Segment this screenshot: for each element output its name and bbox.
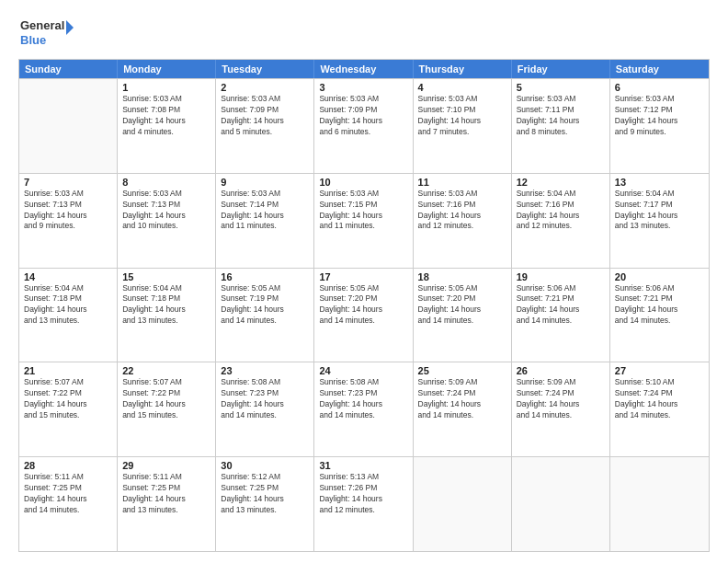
day-number: 10 xyxy=(319,177,407,188)
day-number: 25 xyxy=(418,365,506,376)
svg-text:General: General xyxy=(20,18,64,32)
day-info: Sunrise: 5:06 AM Sunset: 7:21 PM Dayligh… xyxy=(517,283,605,327)
day-cell-15: 15Sunrise: 5:04 AM Sunset: 7:18 PM Dayli… xyxy=(118,269,216,362)
calendar-body: 1Sunrise: 5:03 AM Sunset: 7:08 PM Daylig… xyxy=(19,78,709,551)
week-row-4: 21Sunrise: 5:07 AM Sunset: 7:22 PM Dayli… xyxy=(19,362,709,456)
day-number: 5 xyxy=(517,82,605,93)
day-info: Sunrise: 5:08 AM Sunset: 7:23 PM Dayligh… xyxy=(221,377,309,421)
day-cell-8: 8Sunrise: 5:03 AM Sunset: 7:13 PM Daylig… xyxy=(118,174,216,268)
day-number: 15 xyxy=(122,271,210,282)
day-cell-13: 13Sunrise: 5:04 AM Sunset: 7:17 PM Dayli… xyxy=(610,174,709,268)
day-info: Sunrise: 5:04 AM Sunset: 7:18 PM Dayligh… xyxy=(24,283,112,327)
calendar-header-row: SundayMondayTuesdayWednesdayThursdayFrid… xyxy=(19,60,709,78)
day-number: 9 xyxy=(221,177,309,188)
calendar: SundayMondayTuesdayWednesdayThursdayFrid… xyxy=(18,59,710,552)
day-info: Sunrise: 5:09 AM Sunset: 7:24 PM Dayligh… xyxy=(517,377,605,421)
day-number: 6 xyxy=(615,82,704,93)
header-cell-sunday: Sunday xyxy=(19,60,118,78)
day-number: 2 xyxy=(221,82,309,93)
empty-cell-w0-c0 xyxy=(19,79,118,173)
day-info: Sunrise: 5:09 AM Sunset: 7:24 PM Dayligh… xyxy=(418,377,506,421)
day-number: 16 xyxy=(221,271,309,282)
day-cell-25: 25Sunrise: 5:09 AM Sunset: 7:24 PM Dayli… xyxy=(414,362,512,456)
day-cell-7: 7Sunrise: 5:03 AM Sunset: 7:13 PM Daylig… xyxy=(19,174,118,268)
day-number: 21 xyxy=(24,365,112,376)
day-number: 3 xyxy=(319,82,407,93)
day-info: Sunrise: 5:08 AM Sunset: 7:23 PM Dayligh… xyxy=(319,377,407,421)
day-cell-31: 31Sunrise: 5:13 AM Sunset: 7:26 PM Dayli… xyxy=(314,457,413,551)
day-cell-3: 3Sunrise: 5:03 AM Sunset: 7:09 PM Daylig… xyxy=(314,79,413,173)
day-cell-11: 11Sunrise: 5:03 AM Sunset: 7:16 PM Dayli… xyxy=(414,174,512,268)
day-cell-24: 24Sunrise: 5:08 AM Sunset: 7:23 PM Dayli… xyxy=(314,362,413,456)
day-cell-28: 28Sunrise: 5:11 AM Sunset: 7:25 PM Dayli… xyxy=(19,457,118,551)
day-info: Sunrise: 5:03 AM Sunset: 7:10 PM Dayligh… xyxy=(418,94,506,138)
day-info: Sunrise: 5:06 AM Sunset: 7:21 PM Dayligh… xyxy=(615,283,704,327)
week-row-3: 14Sunrise: 5:04 AM Sunset: 7:18 PM Dayli… xyxy=(19,268,709,362)
day-number: 29 xyxy=(122,460,210,471)
day-cell-9: 9Sunrise: 5:03 AM Sunset: 7:14 PM Daylig… xyxy=(216,174,314,268)
day-number: 20 xyxy=(615,271,704,282)
day-cell-14: 14Sunrise: 5:04 AM Sunset: 7:18 PM Dayli… xyxy=(19,269,118,362)
day-number: 4 xyxy=(418,82,506,93)
week-row-1: 1Sunrise: 5:03 AM Sunset: 7:08 PM Daylig… xyxy=(19,78,709,173)
day-number: 17 xyxy=(319,271,407,282)
day-cell-20: 20Sunrise: 5:06 AM Sunset: 7:21 PM Dayli… xyxy=(610,269,709,362)
day-number: 11 xyxy=(418,177,506,188)
day-cell-27: 27Sunrise: 5:10 AM Sunset: 7:24 PM Dayli… xyxy=(610,362,709,456)
header-cell-monday: Monday xyxy=(118,60,216,78)
day-number: 8 xyxy=(122,177,210,188)
header-cell-friday: Friday xyxy=(512,60,610,78)
empty-cell-w4-c5 xyxy=(512,457,610,551)
day-info: Sunrise: 5:11 AM Sunset: 7:25 PM Dayligh… xyxy=(24,472,112,516)
day-cell-5: 5Sunrise: 5:03 AM Sunset: 7:11 PM Daylig… xyxy=(512,79,610,173)
week-row-2: 7Sunrise: 5:03 AM Sunset: 7:13 PM Daylig… xyxy=(19,173,709,268)
day-info: Sunrise: 5:04 AM Sunset: 7:18 PM Dayligh… xyxy=(122,283,210,327)
day-info: Sunrise: 5:11 AM Sunset: 7:25 PM Dayligh… xyxy=(122,472,210,516)
day-cell-4: 4Sunrise: 5:03 AM Sunset: 7:10 PM Daylig… xyxy=(414,79,512,173)
header-cell-wednesday: Wednesday xyxy=(314,60,413,78)
day-number: 23 xyxy=(221,365,309,376)
day-info: Sunrise: 5:03 AM Sunset: 7:12 PM Dayligh… xyxy=(615,94,704,138)
day-cell-26: 26Sunrise: 5:09 AM Sunset: 7:24 PM Dayli… xyxy=(512,362,610,456)
day-info: Sunrise: 5:03 AM Sunset: 7:14 PM Dayligh… xyxy=(221,189,309,233)
day-info: Sunrise: 5:04 AM Sunset: 7:16 PM Dayligh… xyxy=(517,189,605,233)
day-info: Sunrise: 5:05 AM Sunset: 7:20 PM Dayligh… xyxy=(319,283,407,327)
header-cell-thursday: Thursday xyxy=(414,60,512,78)
day-cell-23: 23Sunrise: 5:08 AM Sunset: 7:23 PM Dayli… xyxy=(216,362,314,456)
day-number: 26 xyxy=(517,365,605,376)
day-info: Sunrise: 5:03 AM Sunset: 7:08 PM Dayligh… xyxy=(122,94,210,138)
day-info: Sunrise: 5:03 AM Sunset: 7:09 PM Dayligh… xyxy=(319,94,407,138)
day-info: Sunrise: 5:07 AM Sunset: 7:22 PM Dayligh… xyxy=(24,377,112,421)
day-number: 28 xyxy=(24,460,112,471)
day-number: 31 xyxy=(319,460,407,471)
day-cell-18: 18Sunrise: 5:05 AM Sunset: 7:20 PM Dayli… xyxy=(414,269,512,362)
day-info: Sunrise: 5:04 AM Sunset: 7:17 PM Dayligh… xyxy=(615,189,704,233)
day-info: Sunrise: 5:05 AM Sunset: 7:19 PM Dayligh… xyxy=(221,283,309,327)
day-info: Sunrise: 5:03 AM Sunset: 7:13 PM Dayligh… xyxy=(24,189,112,233)
day-cell-6: 6Sunrise: 5:03 AM Sunset: 7:12 PM Daylig… xyxy=(610,79,709,173)
logo: General Blue xyxy=(18,15,74,52)
day-number: 7 xyxy=(24,177,112,188)
day-info: Sunrise: 5:10 AM Sunset: 7:24 PM Dayligh… xyxy=(615,377,704,421)
empty-cell-w4-c6 xyxy=(610,457,709,551)
logo-svg: General Blue xyxy=(18,15,74,52)
header-cell-saturday: Saturday xyxy=(610,60,709,78)
day-cell-10: 10Sunrise: 5:03 AM Sunset: 7:15 PM Dayli… xyxy=(314,174,413,268)
svg-marker-2 xyxy=(66,20,74,35)
day-cell-22: 22Sunrise: 5:07 AM Sunset: 7:22 PM Dayli… xyxy=(118,362,216,456)
day-cell-21: 21Sunrise: 5:07 AM Sunset: 7:22 PM Dayli… xyxy=(19,362,118,456)
day-info: Sunrise: 5:03 AM Sunset: 7:15 PM Dayligh… xyxy=(319,189,407,233)
day-number: 30 xyxy=(221,460,309,471)
day-number: 24 xyxy=(319,365,407,376)
header: General Blue xyxy=(18,15,710,52)
header-cell-tuesday: Tuesday xyxy=(216,60,314,78)
day-number: 13 xyxy=(615,177,704,188)
day-number: 19 xyxy=(517,271,605,282)
day-cell-1: 1Sunrise: 5:03 AM Sunset: 7:08 PM Daylig… xyxy=(118,79,216,173)
day-cell-2: 2Sunrise: 5:03 AM Sunset: 7:09 PM Daylig… xyxy=(216,79,314,173)
day-info: Sunrise: 5:12 AM Sunset: 7:25 PM Dayligh… xyxy=(221,472,309,516)
day-number: 18 xyxy=(418,271,506,282)
day-info: Sunrise: 5:03 AM Sunset: 7:09 PM Dayligh… xyxy=(221,94,309,138)
day-number: 27 xyxy=(615,365,704,376)
day-info: Sunrise: 5:05 AM Sunset: 7:20 PM Dayligh… xyxy=(418,283,506,327)
